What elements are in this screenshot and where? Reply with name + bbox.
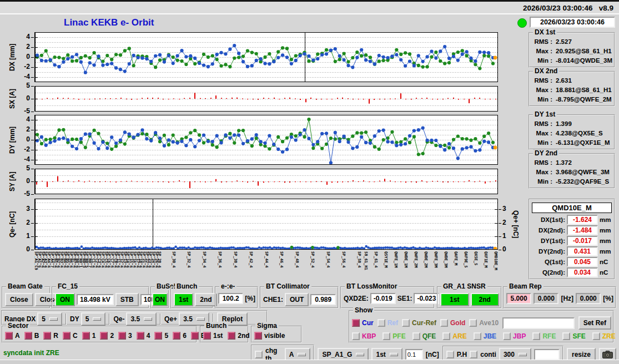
monitor-row: DY(2nd):0.431mm bbox=[531, 246, 613, 256]
y-tick-label: 3 bbox=[14, 205, 30, 213]
checkbox-b[interactable] bbox=[24, 332, 32, 340]
x-axis-label: SP_52_4 bbox=[310, 251, 314, 268]
checkbox-label: R bbox=[53, 332, 58, 340]
x-axis-label: QWDE_2M bbox=[424, 251, 427, 268]
x-axis-label: SP_38_4 bbox=[233, 251, 237, 268]
checkbox-visible[interactable] bbox=[254, 332, 262, 340]
threshold-input[interactable] bbox=[405, 349, 423, 360]
checkbox-label: 4 bbox=[147, 332, 150, 340]
tick-mark bbox=[31, 47, 34, 48]
checkbox-2[interactable] bbox=[100, 332, 108, 340]
status-message: syncdata init ZRE bbox=[3, 349, 59, 357]
bunch-1st-button[interactable]: 1st bbox=[174, 293, 193, 306]
checkbox-c[interactable] bbox=[63, 332, 71, 340]
extra-input[interactable] bbox=[534, 349, 560, 360]
x-axis-label: SP_34_4 bbox=[202, 251, 206, 268]
che1-label: CHE1: bbox=[263, 296, 283, 304]
checkbox-are[interactable] bbox=[442, 332, 450, 340]
threshold-unit-label: [nC] bbox=[426, 351, 439, 358]
divider bbox=[109, 314, 110, 325]
bunch-select-group: Bunch 1st2nd bbox=[200, 326, 249, 343]
checkbox-conti[interactable] bbox=[470, 351, 477, 358]
y-tick-label: -2 bbox=[14, 63, 30, 70]
checkbox-sfe[interactable] bbox=[562, 332, 570, 340]
checkbox-bt[interactable] bbox=[191, 332, 199, 340]
version-label: v8.9 bbox=[599, 4, 613, 12]
checkbox-label: visible bbox=[264, 332, 285, 340]
checkbox-chg-th[interactable] bbox=[255, 351, 263, 358]
x-axis-label: S8_61_H1 bbox=[364, 251, 368, 270]
x-axis-label: SP_58_4 bbox=[357, 251, 361, 268]
checkbox-label: PFE bbox=[392, 332, 405, 340]
y-tick-label: -5 bbox=[14, 107, 30, 115]
gr-snsr-group: GR_A1 SNSR 1st 2nd bbox=[437, 286, 502, 309]
checkbox-3[interactable] bbox=[118, 332, 126, 340]
x-axis-label: QMD10E_M bbox=[494, 251, 497, 270]
checkbox-ref[interactable] bbox=[378, 319, 385, 327]
option-menu-dash bbox=[356, 353, 364, 356]
range-dy-select[interactable]: 5 bbox=[81, 312, 106, 326]
x-axis-label: SP_56_4 bbox=[341, 251, 345, 268]
checkbox-gold[interactable] bbox=[440, 319, 448, 327]
tick-mark bbox=[499, 236, 501, 237]
x-axis-label: QWFE_2M bbox=[414, 251, 417, 268]
checkbox-cur-ref[interactable] bbox=[402, 319, 410, 327]
checkbox-item: 3 bbox=[118, 332, 132, 340]
checkbox-label: 5 bbox=[164, 332, 168, 340]
beam-gate-close-button-1[interactable]: Close bbox=[5, 293, 33, 306]
checkbox-a[interactable] bbox=[5, 332, 13, 340]
tick-mark bbox=[31, 57, 34, 58]
y-tick-label: -5 bbox=[14, 190, 30, 198]
checkbox-2nd[interactable] bbox=[228, 332, 235, 340]
stats-row: RMS :2.527 bbox=[530, 37, 614, 47]
monitor-row: DX(1st):-1.624mm bbox=[531, 215, 613, 225]
checkbox-kbp[interactable] bbox=[352, 332, 360, 340]
checkbox-6[interactable] bbox=[173, 332, 180, 340]
set-ref-button[interactable]: Set Ref bbox=[578, 316, 611, 330]
y-tick-label: 0 bbox=[14, 53, 30, 60]
range-qe-minus-select[interactable]: 3.5 bbox=[126, 312, 157, 326]
ref-name-input[interactable] bbox=[502, 317, 574, 329]
tick-mark bbox=[31, 169, 34, 169]
checkbox-r[interactable] bbox=[43, 332, 51, 340]
ee-ratio-value: 100.2 bbox=[218, 293, 243, 304]
fc15-stb-button[interactable]: STB bbox=[115, 293, 139, 306]
range-dy-label: DY bbox=[70, 315, 79, 323]
tick-mark bbox=[31, 236, 34, 237]
fc15-on-button[interactable]: ON bbox=[55, 293, 75, 306]
checkbox-zre[interactable] bbox=[592, 332, 600, 340]
checkbox-label: Ave10 bbox=[479, 319, 499, 327]
tick-mark bbox=[31, 37, 34, 38]
monitor-value: -1.484 bbox=[567, 225, 598, 235]
checkbox-1[interactable] bbox=[82, 332, 90, 340]
checkbox-pfe[interactable] bbox=[383, 332, 390, 340]
checkbox-item: 5 bbox=[154, 332, 168, 340]
busel-on-button[interactable]: ON bbox=[152, 293, 168, 306]
che1-out-button[interactable]: OUT bbox=[285, 293, 309, 306]
checkbox-label: 1 bbox=[92, 332, 96, 340]
checkbox-4[interactable] bbox=[137, 332, 144, 340]
sigma-title: Sigma bbox=[255, 322, 279, 330]
checkbox-jbp[interactable] bbox=[503, 332, 511, 340]
checkbox-ave10[interactable] bbox=[469, 319, 477, 327]
x-axis-label: QWDE_3M bbox=[444, 251, 447, 268]
gr-snsr-1st-button[interactable]: 1st bbox=[440, 293, 469, 306]
x-axis-label: SP_61_4 bbox=[374, 251, 378, 268]
checkbox-5[interactable] bbox=[154, 332, 162, 340]
option-menu-dash bbox=[197, 317, 205, 321]
bunch-2nd-button[interactable]: 2nd bbox=[195, 293, 217, 306]
checkbox-ph[interactable] bbox=[446, 351, 454, 358]
range-dx-select[interactable]: 5 bbox=[37, 312, 62, 326]
stats-box-dy-1st: DY 1stRMS :1.399Max :4.238@QX5E_SMin :-6… bbox=[529, 114, 615, 150]
monitor-device-name[interactable]: QMD10E_M bbox=[532, 203, 612, 213]
checkbox-rfe[interactable] bbox=[532, 332, 540, 340]
bpm-x-axis-labels: SP_A1_C9SP_A1_GSP_A2_4SP_A3_4SP_A4_4SP_A… bbox=[34, 251, 504, 283]
checkbox-qfe[interactable] bbox=[412, 332, 420, 340]
sector-group: Sector ABRC123456BT bbox=[2, 326, 197, 343]
gr-snsr-2nd-button[interactable]: 2nd bbox=[471, 293, 500, 306]
checkbox-jbe[interactable] bbox=[474, 332, 481, 340]
checkbox-1st[interactable] bbox=[203, 332, 211, 340]
checkbox-item: Cur-Ref bbox=[402, 319, 436, 327]
checkbox-cur[interactable] bbox=[352, 319, 360, 327]
status-indicator-dot bbox=[517, 18, 527, 28]
